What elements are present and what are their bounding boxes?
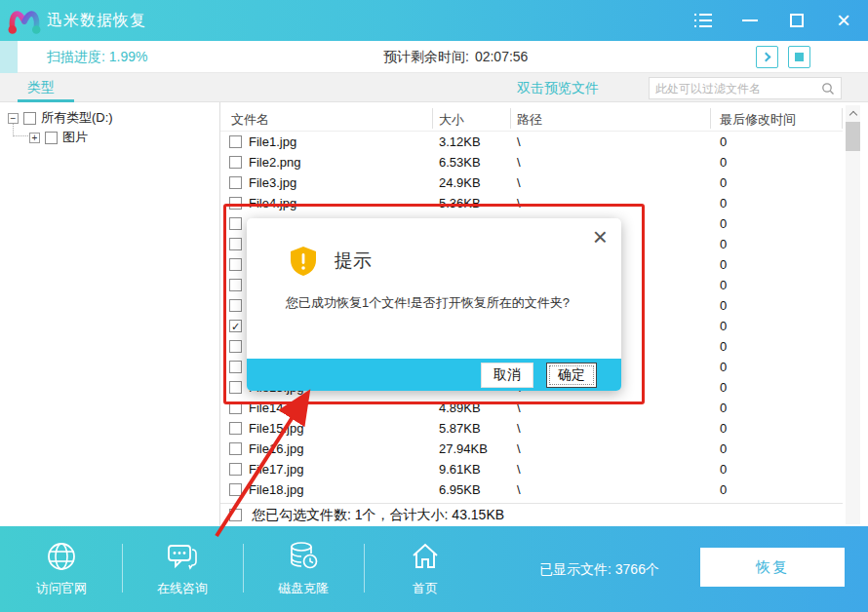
file-modified: 0 <box>720 401 837 415</box>
col-filename[interactable]: 文件名 <box>231 111 269 129</box>
table-row[interactable]: File16.jpg 27.94KB \ 0 <box>220 439 843 459</box>
nav-home[interactable]: 首页 <box>372 540 479 597</box>
row-checkbox[interactable] <box>229 483 242 496</box>
search-icon <box>821 82 835 96</box>
table-row[interactable]: File4.jpg 5.36KB \ 0 <box>220 193 843 213</box>
row-checkbox[interactable] <box>229 442 242 455</box>
col-size[interactable]: 大小 <box>439 111 464 129</box>
collapse-icon[interactable]: − <box>8 113 19 124</box>
menu-icon[interactable] <box>692 10 714 31</box>
file-path: \ <box>517 462 720 477</box>
file-modified: 0 <box>720 237 837 251</box>
row-checkbox[interactable] <box>229 402 242 414</box>
tree-item-all-types[interactable]: − 所有类型(D:) <box>8 109 113 127</box>
row-checkbox[interactable] <box>229 279 242 291</box>
file-modified: 0 <box>720 298 837 313</box>
scan-progress-fill <box>0 41 18 73</box>
select-all-checkbox[interactable] <box>229 509 242 521</box>
table-row[interactable]: File3.jpg 24.9KB \ 0 <box>220 172 843 193</box>
file-modified: 0 <box>720 155 837 170</box>
table-header: 文件名 大小 路径 最后修改时间 <box>220 105 843 132</box>
table-row[interactable]: File17.jpg 9.61KB \ 0 <box>220 459 843 479</box>
table-row[interactable]: File18.jpg 6.95KB \ 0 <box>220 479 843 500</box>
vertical-scrollbar[interactable] <box>846 105 860 524</box>
eta-text: 预计剩余时间:02:07:56 <box>383 49 528 66</box>
file-path: \ <box>517 175 720 190</box>
bottom-action-bar: 访问官网 在线咨询 磁盘克隆 首页 已显示文件: 3766个 恢复 <box>0 526 868 612</box>
tab-type[interactable]: 类型 <box>27 79 55 96</box>
row-checkbox[interactable] <box>229 197 242 210</box>
row-checkbox[interactable] <box>229 258 242 271</box>
row-checkbox[interactable] <box>229 422 242 435</box>
stop-icon <box>795 53 804 61</box>
file-name: File17.jpg <box>249 462 439 477</box>
row-checkbox[interactable] <box>229 217 242 230</box>
table-row[interactable]: File2.png 6.53KB \ 0 <box>220 152 843 172</box>
nav-disk-clone[interactable]: 磁盘克隆 <box>250 540 357 597</box>
minimize-icon[interactable] <box>739 10 761 31</box>
ok-button[interactable]: 确定 <box>546 363 597 388</box>
file-path: \ <box>517 196 720 210</box>
file-modified: 0 <box>720 196 837 210</box>
tree-checkbox-pictures[interactable] <box>45 132 58 144</box>
row-checkbox[interactable] <box>229 299 242 312</box>
file-modified: 0 <box>720 216 837 231</box>
file-modified: 0 <box>720 278 837 292</box>
maximize-icon[interactable] <box>786 10 808 31</box>
scrollbar-thumb[interactable] <box>846 122 860 151</box>
row-checkbox[interactable] <box>229 238 242 250</box>
file-size: 24.9KB <box>439 175 517 190</box>
row-checkbox[interactable] <box>229 340 242 353</box>
selection-summary-row: 您已勾选文件数: 1个，合计大小: 43.15KB <box>220 503 843 526</box>
dialog-close-icon[interactable]: × <box>593 222 608 252</box>
row-checkbox[interactable] <box>229 156 242 169</box>
recover-button[interactable]: 恢复 <box>700 548 845 587</box>
selection-summary: 您已勾选文件数: 1个，合计大小: 43.15KB <box>252 507 504 524</box>
column-divider <box>432 108 433 129</box>
stop-scan-button[interactable] <box>788 46 810 68</box>
app-title: 迅米数据恢复 <box>47 11 146 31</box>
nav-online-support[interactable]: 在线咨询 <box>129 540 236 597</box>
cancel-button[interactable]: 取消 <box>481 363 533 388</box>
file-modified: 0 <box>720 339 837 354</box>
row-checkbox[interactable] <box>229 381 242 394</box>
filter-input-wrap <box>649 77 842 99</box>
table-row[interactable]: File1.jpg 3.12KB \ 0 <box>220 132 843 152</box>
disk-clone-icon <box>286 540 321 573</box>
row-checkbox[interactable] <box>229 176 242 189</box>
row-checkbox[interactable] <box>229 463 242 476</box>
file-modified: 0 <box>720 462 837 477</box>
file-name: File4.jpg <box>249 196 439 210</box>
row-checkbox[interactable]: ✓ <box>229 320 242 332</box>
file-modified: 0 <box>720 134 837 149</box>
file-size: 9.61KB <box>439 462 517 477</box>
file-modified: 0 <box>720 175 837 190</box>
row-checkbox[interactable] <box>229 361 242 373</box>
tree-item-pictures[interactable]: + 图片 <box>29 129 88 146</box>
file-name: File15.jpg <box>249 421 439 436</box>
file-name: File14.jpg <box>249 401 439 415</box>
close-icon[interactable]: × <box>833 10 854 31</box>
column-divider <box>842 108 843 129</box>
file-name: File18.jpg <box>249 482 439 497</box>
file-modified: 0 <box>720 380 837 395</box>
col-path[interactable]: 路径 <box>517 111 542 129</box>
table-row[interactable]: File14.jpg 4.89KB \ 0 <box>220 398 843 418</box>
col-modified[interactable]: 最后修改时间 <box>720 111 796 129</box>
scroll-up-icon[interactable] <box>846 105 860 121</box>
resume-scan-button[interactable] <box>756 46 778 68</box>
row-checkbox[interactable] <box>229 135 242 148</box>
file-path: \ <box>517 155 720 170</box>
tree-label-pictures: 图片 <box>62 129 88 146</box>
tree-checkbox-all-types[interactable] <box>23 112 36 125</box>
nav-label: 访问官网 <box>8 580 115 597</box>
filter-input[interactable] <box>650 82 821 96</box>
eta-value: 02:07:56 <box>475 49 529 64</box>
expand-icon[interactable]: + <box>29 133 40 143</box>
table-row[interactable]: File15.jpg 5.87KB \ 0 <box>220 418 843 439</box>
file-path: \ <box>517 421 720 436</box>
file-modified: 0 <box>720 257 837 272</box>
type-tree-panel: − 所有类型(D:) + 图片 <box>0 102 220 526</box>
nav-visit-website[interactable]: 访问官网 <box>8 540 115 597</box>
column-divider <box>710 108 711 129</box>
